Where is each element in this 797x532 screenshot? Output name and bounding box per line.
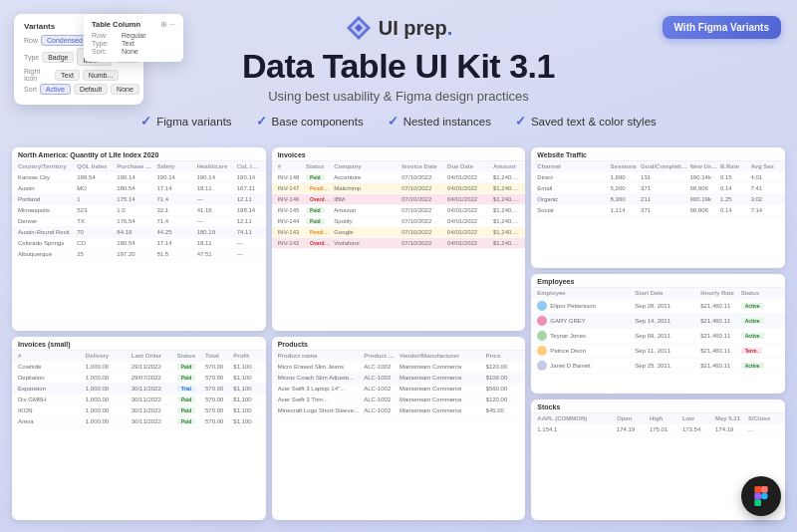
table-row: Austin-Round Rock 70 84.19 44.25 180.19 … bbox=[12, 227, 266, 238]
feature-figma-variants: ✓ Figma variants bbox=[140, 114, 231, 129]
table-row: INV-147 Pending Mailchimp 07/10/2022 04/… bbox=[272, 183, 526, 194]
preview-col-2: Invoices # Status Company Invoice Date D… bbox=[272, 147, 526, 520]
figma-button[interactable] bbox=[741, 476, 781, 516]
main-container: With Figma Variants Variants Row Condens… bbox=[0, 0, 797, 532]
header-section: UI prep. Data Table UI Kit 3.1 Using bes… bbox=[0, 0, 797, 129]
subtitle: Using best usability & Figma design prac… bbox=[268, 89, 529, 104]
avatar bbox=[537, 301, 547, 311]
traffic-header: Channel Sessions Goal/Completions New Us… bbox=[531, 161, 785, 172]
table-row: Austin MO 180.54 17.14 18.11 167.11 bbox=[12, 183, 266, 194]
table-row: Depilation 1,000.00 29/07/2022 Paid 570.… bbox=[12, 373, 266, 384]
table-header-row: Country/Territory QOL Index Purchase Pow… bbox=[12, 161, 266, 172]
stocks-header: AAPL (COMMON) Open High Low May 5.21 S/C… bbox=[531, 413, 785, 424]
table-row: Acer Swift 3 Laptop 14"... ALC-1002 Main… bbox=[272, 384, 526, 395]
table-row: INV-142 Overdue Vodafone 07/10/2022 04/0… bbox=[272, 238, 526, 249]
table-row: Teynar Jones Sep 09, 2011 $21,460.11 Act… bbox=[531, 329, 785, 344]
table-row: INV-145 Paid Amazon 07/10/2022 04/01/202… bbox=[272, 205, 526, 216]
figma-icon bbox=[751, 486, 771, 506]
table-row: Direct 1,990 131 190.14k 0.15 4:01 bbox=[531, 172, 785, 183]
invoices-table: Invoices # Status Company Invoice Date D… bbox=[272, 147, 526, 331]
table-row: Portland 1 175.14 71.4 — 12.11 bbox=[12, 194, 266, 205]
products-header: Product name Product SKU Vendor/Manufact… bbox=[272, 351, 526, 362]
logo-area: UI prep. bbox=[345, 14, 452, 42]
table-row: INV-144 Paid Spotify 07/10/2022 04/01/20… bbox=[272, 216, 526, 227]
avatar bbox=[537, 361, 547, 371]
invoices-header: # Status Company Invoice Date Due Date A… bbox=[272, 161, 526, 172]
table-row: INV-148 Paid Accenture 07/10/2022 04/01/… bbox=[272, 172, 526, 183]
logo-text: UI prep. bbox=[379, 17, 452, 40]
table-row: Expansion 1,000.00 30/11/2022 Trial 570.… bbox=[12, 384, 266, 395]
svg-rect-3 bbox=[754, 486, 761, 493]
table-row: Social 1,114 371 68,906 0.14 7:14 bbox=[531, 205, 785, 216]
website-traffic-table: Website Traffic Channel Sessions Goal/Co… bbox=[531, 147, 785, 268]
svg-rect-5 bbox=[754, 493, 761, 500]
table-row: Colorado Springs CO 180.54 17.14 18.11 — bbox=[12, 238, 266, 249]
table-row: Email 5,200 371 68,906 0.14 7:41 bbox=[531, 183, 785, 194]
svg-rect-4 bbox=[761, 486, 768, 493]
table-row: Minneapolis 523 1.0 32.1 41.16 198.14 bbox=[12, 205, 266, 216]
table-row: Denver TX 176.54 71.4 — 12.11 bbox=[12, 216, 266, 227]
table-row: IKON 1,000.00 30/11/2022 Paid 570.00 $1,… bbox=[12, 405, 266, 416]
feature-saved-styles: ✓ Saved text & color styles bbox=[515, 114, 657, 129]
table-row: Minecraft Logo Short-Sleeve... ALC-1002 … bbox=[272, 405, 526, 416]
feature-nested-instances: ✓ Nested instances bbox=[388, 114, 491, 129]
employees-header: Employee Start Date Hourly Rate Status bbox=[531, 288, 785, 299]
table-row: Kansas City 198.54 190.14 190.14 190.14 … bbox=[12, 172, 266, 183]
preview-col-3: Website Traffic Channel Sessions Goal/Co… bbox=[531, 147, 785, 520]
check-icon-4: ✓ bbox=[515, 114, 526, 129]
preview-col-1: North America: Quantity of Life Index 20… bbox=[12, 147, 266, 520]
table-row: Microc Coach Slim Adjuste... ALC-1002 Ma… bbox=[272, 373, 526, 384]
table-row: Janet D Barrett Sep 25, 2011 $21,460.11 … bbox=[531, 359, 785, 374]
avatar bbox=[537, 331, 547, 341]
table-row: Organic 8,360 211 900.19k 1.25 3:02 bbox=[531, 194, 785, 205]
table-row: Areva 1,000.00 30/11/2022 Paid 570.00 $1… bbox=[12, 416, 266, 427]
feature-base-components: ✓ Base components bbox=[256, 114, 364, 129]
table-row: Div GMBH 1,000.00 30/11/2022 Paid 570.00… bbox=[12, 395, 266, 405]
check-icon-2: ✓ bbox=[256, 114, 267, 129]
check-icon-3: ✓ bbox=[388, 114, 398, 129]
table-row: Micro Erased Slim Jeans ALC-1002 Mainstr… bbox=[272, 362, 526, 373]
table-row: 1.154.1 174.19 175.01 173.54 174.19 ... bbox=[531, 424, 785, 435]
svg-rect-6 bbox=[754, 499, 761, 506]
table-row: INV-143 Pending Google 07/10/2022 04/01/… bbox=[272, 227, 526, 238]
employees-table: Employees Employee Start Date Hourly Rat… bbox=[531, 274, 785, 395]
features-row: ✓ Figma variants ✓ Base components ✓ Nes… bbox=[140, 114, 657, 129]
table-row: INV-146 Overdue IBM 07/10/2022 04/01/202… bbox=[272, 194, 526, 205]
products-table: Products Product name Product SKU Vendor… bbox=[272, 337, 526, 520]
check-icon-1: ✓ bbox=[140, 114, 151, 129]
avatar bbox=[537, 346, 547, 356]
preview-section: North America: Quantity of Life Index 20… bbox=[0, 147, 797, 532]
table-row: Cowhide 1,000.00 29/11/2022 Paid 570.00 … bbox=[12, 362, 266, 373]
table-row: Patrice Dixon Sep 11, 2011 $21,460.11 Te… bbox=[531, 344, 785, 359]
svg-point-7 bbox=[761, 493, 768, 500]
table-row: Acer Swift 3 Thin... ALC-1002 Mainstream… bbox=[272, 395, 526, 405]
table-row: Albuquerque 25 197.20 81.5 47.51 — bbox=[12, 249, 266, 260]
main-title: Data Table UI Kit 3.1 bbox=[242, 48, 555, 85]
table-row: GARY GREY Sep 14, 2011 $21,460.11 Active bbox=[531, 314, 785, 329]
invoices-small-table: Invoices (small) # Delivery Last Order S… bbox=[12, 337, 266, 520]
logo-icon bbox=[345, 14, 373, 42]
avatar bbox=[537, 316, 547, 326]
invoices-small-header: # Delivery Last Order Status Total Profi… bbox=[12, 351, 266, 362]
north-america-table: North America: Quantity of Life Index 20… bbox=[12, 147, 266, 331]
table-row: Elipor Pettersson Sep 28, 2011 $21,460.1… bbox=[531, 299, 785, 314]
